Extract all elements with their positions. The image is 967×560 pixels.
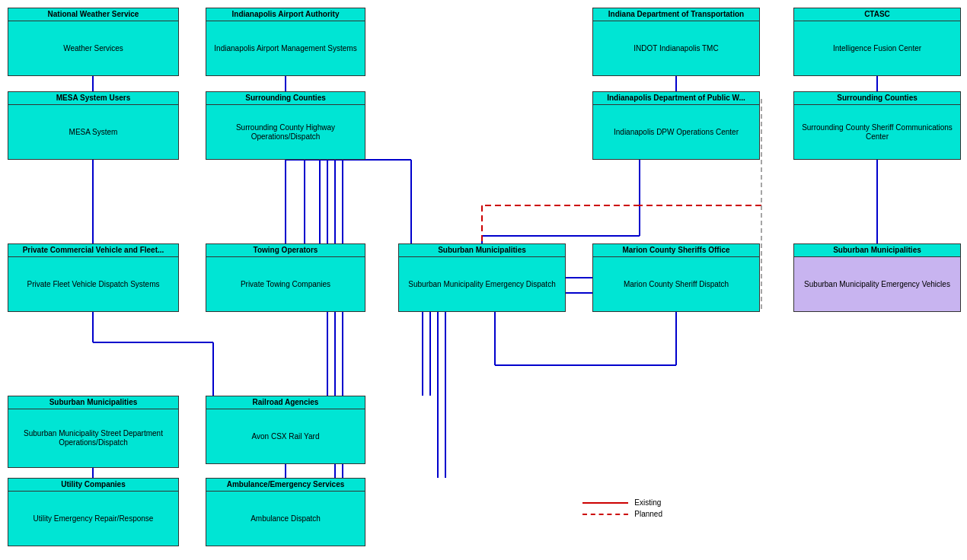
node-suburban_street: Suburban MunicipalitiesSuburban Municipa… [8, 396, 179, 468]
node-surrounding_sheriff: Surrounding CountiesSurrounding County S… [793, 91, 961, 160]
node-airport-body: Indianapolis Airport Management Systems [206, 21, 365, 75]
node-suburban_vehicles-body: Suburban Municipality Emergency Vehicles [794, 257, 960, 311]
node-towing-header: Towing Operators [206, 244, 365, 257]
node-ambulance: Ambulance/Emergency ServicesAmbulance Di… [206, 478, 365, 546]
node-private_fleet-header: Private Commercial Vehicle and Fleet... [8, 244, 178, 257]
node-airport-header: Indianapolis Airport Authority [206, 8, 365, 21]
node-suburban_street-body: Suburban Municipality Street Department … [8, 409, 178, 467]
node-mesa-header: MESA System Users [8, 92, 178, 105]
node-suburban_emergency: Suburban MunicipalitiesSuburban Municipa… [398, 243, 566, 312]
diagram-container: National Weather ServiceWeather Services… [0, 0, 967, 560]
node-ctasc-header: CTASC [794, 8, 960, 21]
node-nws-header: National Weather Service [8, 8, 178, 21]
node-indot: Indiana Department of TransportationINDO… [592, 8, 760, 76]
node-nws: National Weather ServiceWeather Services [8, 8, 179, 76]
planned-line-icon [582, 514, 628, 515]
node-utility: Utility CompaniesUtility Emergency Repai… [8, 478, 179, 546]
node-marion_sheriff: Marion County Sheriffs OfficeMarion Coun… [592, 243, 760, 312]
node-private_fleet-body: Private Fleet Vehicle Dispatch Systems [8, 257, 178, 311]
legend-existing-label: Existing [634, 498, 661, 507]
node-marion_sheriff-body: Marion County Sheriff Dispatch [593, 257, 759, 311]
node-suburban_street-header: Suburban Municipalities [8, 396, 178, 409]
node-ctasc-body: Intelligence Fusion Center [794, 21, 960, 75]
node-suburban_vehicles-header: Suburban Municipalities [794, 244, 960, 257]
node-utility-body: Utility Emergency Repair/Response [8, 492, 178, 546]
node-towing-body: Private Towing Companies [206, 257, 365, 311]
node-indot-body: INDOT Indianapolis TMC [593, 21, 759, 75]
node-surrounding_highway-body: Surrounding County Highway Operations/Di… [206, 105, 365, 159]
node-dpw: Indianapolis Department of Public W...In… [592, 91, 760, 160]
node-airport: Indianapolis Airport AuthorityIndianapol… [206, 8, 365, 76]
node-ambulance-header: Ambulance/Emergency Services [206, 479, 365, 492]
node-railroad-body: Avon CSX Rail Yard [206, 409, 365, 463]
node-surrounding_sheriff-body: Surrounding County Sheriff Communication… [794, 105, 960, 159]
node-nws-body: Weather Services [8, 21, 178, 75]
node-private_fleet: Private Commercial Vehicle and Fleet...P… [8, 243, 179, 312]
legend: Existing Planned [582, 498, 662, 518]
node-mesa-body: MESA System [8, 105, 178, 159]
node-ctasc: CTASCIntelligence Fusion Center [793, 8, 961, 76]
node-indot-header: Indiana Department of Transportation [593, 8, 759, 21]
node-railroad-header: Railroad Agencies [206, 396, 365, 409]
existing-line-icon [582, 502, 628, 504]
node-suburban_emergency-body: Suburban Municipality Emergency Dispatch [399, 257, 565, 311]
node-ambulance-body: Ambulance Dispatch [206, 492, 365, 546]
legend-planned-label: Planned [634, 510, 662, 518]
node-dpw-header: Indianapolis Department of Public W... [593, 92, 759, 105]
node-suburban_emergency-header: Suburban Municipalities [399, 244, 565, 257]
node-marion_sheriff-header: Marion County Sheriffs Office [593, 244, 759, 257]
node-towing: Towing OperatorsPrivate Towing Companies [206, 243, 365, 312]
node-surrounding_sheriff-header: Surrounding Counties [794, 92, 960, 105]
legend-existing: Existing [582, 498, 662, 507]
node-dpw-body: Indianapolis DPW Operations Center [593, 105, 759, 159]
node-surrounding_highway-header: Surrounding Counties [206, 92, 365, 105]
node-suburban_vehicles: Suburban MunicipalitiesSuburban Municipa… [793, 243, 961, 312]
node-surrounding_highway: Surrounding CountiesSurrounding County H… [206, 91, 365, 160]
node-mesa: MESA System UsersMESA System [8, 91, 179, 160]
node-utility-header: Utility Companies [8, 479, 178, 492]
legend-planned: Planned [582, 510, 662, 518]
node-railroad: Railroad AgenciesAvon CSX Rail Yard [206, 396, 365, 464]
